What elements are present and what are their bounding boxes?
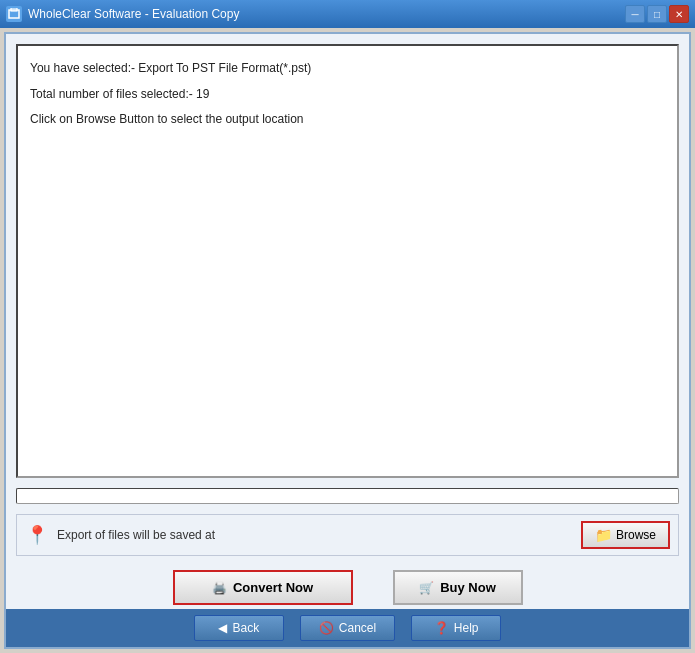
cart-icon: 🛒	[419, 581, 434, 595]
buy-now-button[interactable]: 🛒 Buy Now	[393, 570, 523, 605]
convert-icon: 🖨️	[212, 581, 227, 595]
title-bar: WholeClear Software - Evaluation Copy ─ …	[0, 0, 695, 28]
window-title: WholeClear Software - Evaluation Copy	[28, 7, 625, 21]
save-location-row: 📍 Export of files will be saved at 📁 Bro…	[16, 514, 679, 556]
cancel-button[interactable]: 🚫 Cancel	[300, 615, 395, 641]
action-buttons-row: 🖨️ Convert Now 🛒 Buy Now	[16, 570, 679, 605]
app-icon	[6, 6, 22, 22]
info-line-2: Total number of files selected:- 19	[30, 84, 665, 106]
help-label: Help	[454, 621, 479, 635]
browse-label: Browse	[616, 528, 656, 542]
window-controls: ─ □ ✕	[625, 5, 689, 23]
folder-icon: 📁	[595, 527, 612, 543]
cancel-icon: 🚫	[319, 621, 334, 635]
progress-bar-track	[16, 488, 679, 504]
buy-now-label: Buy Now	[440, 580, 496, 595]
bottom-bar: ◀ Back 🚫 Cancel ❓ Help	[6, 609, 689, 647]
convert-now-button[interactable]: 🖨️ Convert Now	[173, 570, 353, 605]
minimize-button[interactable]: ─	[625, 5, 645, 23]
help-icon: ❓	[434, 621, 449, 635]
pin-icon: 📍	[25, 524, 49, 546]
browse-button[interactable]: 📁 Browse	[581, 521, 670, 549]
cancel-label: Cancel	[339, 621, 376, 635]
progress-area	[16, 488, 679, 504]
back-button[interactable]: ◀ Back	[194, 615, 284, 641]
save-location-label: Export of files will be saved at	[57, 528, 573, 542]
convert-label: Convert Now	[233, 580, 313, 595]
back-icon: ◀	[218, 621, 227, 635]
info-box: You have selected:- Export To PST File F…	[16, 44, 679, 478]
maximize-button[interactable]: □	[647, 5, 667, 23]
info-line-1: You have selected:- Export To PST File F…	[30, 58, 665, 80]
info-line-3: Click on Browse Button to select the out…	[30, 109, 665, 131]
help-button[interactable]: ❓ Help	[411, 615, 501, 641]
close-button[interactable]: ✕	[669, 5, 689, 23]
back-label: Back	[232, 621, 259, 635]
main-window: You have selected:- Export To PST File F…	[4, 32, 691, 649]
